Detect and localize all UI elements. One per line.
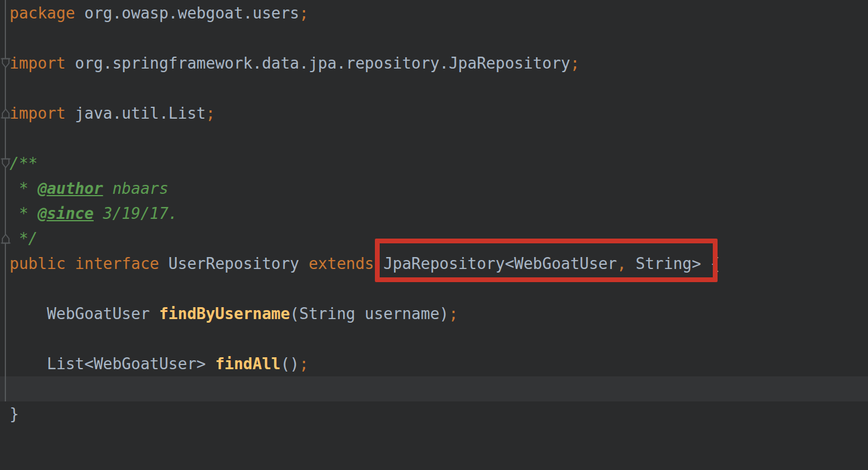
code-line: package org.owasp.webgoat.users; [10, 1, 309, 26]
code-token-docval: nbaars [103, 180, 169, 197]
code-token-def: java.util.List [66, 104, 206, 122]
code-line: WebGoatUser findByUsername(String userna… [10, 301, 458, 326]
code-token-def: WebGoatUser [10, 305, 159, 323]
code-line: List<WebGoatUser> findAll(); [10, 351, 309, 376]
code-token-method: findByUsername [159, 305, 290, 323]
code-token-kw: interface [75, 255, 159, 273]
code-token-def: org.springframework.data.jpa.repository.… [66, 54, 570, 72]
code-editor: package org.owasp.webgoat.users;import o… [0, 0, 868, 470]
code-token-kw: extends [309, 255, 374, 273]
code-token-kw: public [10, 255, 66, 273]
code-token-def: List<WebGoatUser> [10, 355, 215, 373]
code-token-semi: ; [449, 305, 458, 323]
code-line: */ [10, 226, 38, 251]
code-token-doc: /** [10, 154, 38, 172]
annotation-highlight-box [375, 239, 718, 282]
code-token-doc: * [10, 180, 38, 197]
code-line: /** [10, 151, 38, 176]
code-token-doctag: @author [38, 180, 103, 197]
code-line: } [10, 401, 19, 426]
code-token-def: UserRepository [159, 255, 308, 273]
code-token-doc: * [10, 205, 38, 222]
code-token-def: () [281, 355, 299, 373]
code-line: * @since 3/19/17. [10, 201, 178, 226]
code-token-semi: ; [206, 104, 216, 122]
code-token-def [66, 255, 75, 273]
code-token-kw: package [10, 4, 75, 22]
code-token-kw: import [10, 104, 66, 122]
code-token-def: (String username) [290, 305, 449, 323]
code-token-semi: ; [299, 4, 309, 22]
code-token-def: org.owasp.webgoat.users [75, 4, 300, 22]
code-token-method: findAll [215, 355, 281, 373]
code-token-semi: ; [299, 355, 309, 373]
code-area[interactable]: package org.owasp.webgoat.users;import o… [0, 0, 868, 470]
code-token-doctag: @since [38, 205, 94, 222]
code-line: import org.springframework.data.jpa.repo… [10, 51, 580, 76]
code-line: import java.util.List; [10, 101, 215, 126]
code-token-docval: 3/19/17. [94, 205, 178, 222]
code-token-doc: */ [10, 230, 38, 248]
code-line: * @author nbaars [10, 176, 168, 201]
code-token-def: } [10, 405, 19, 423]
code-token-semi: ; [570, 54, 580, 72]
code-token-kw: import [10, 54, 66, 72]
